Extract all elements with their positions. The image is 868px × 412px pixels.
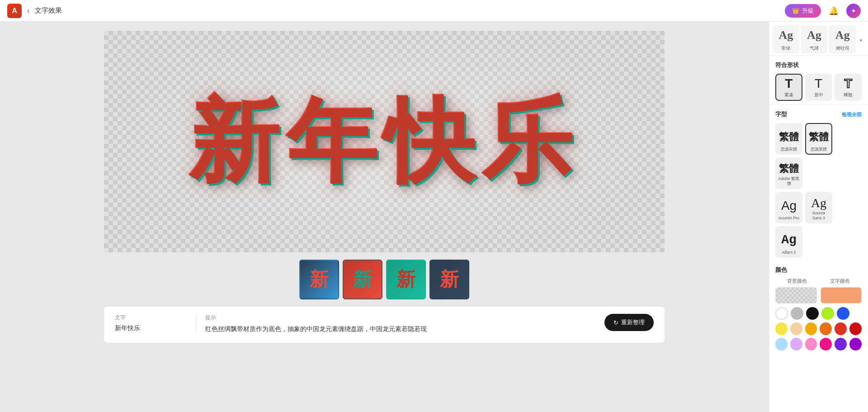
shape-cards: T 紧凑 T 居中 T 稀散 bbox=[775, 74, 862, 101]
swatch-gray[interactable] bbox=[791, 307, 803, 320]
color-labels: 背景颜色 文字颜色 bbox=[775, 278, 862, 284]
shape-card-center[interactable]: T 居中 bbox=[805, 74, 832, 101]
style-card-1[interactable]: Ag 常绿 bbox=[773, 25, 799, 53]
style-scroll-area: Ag 常绿 Ag 气球 Ag 烤吐司 ▲ bbox=[769, 22, 868, 55]
color-previews bbox=[775, 287, 862, 303]
color-swatches bbox=[775, 307, 862, 350]
font-card-simsong[interactable]: 繁體 思源宋體 bbox=[775, 123, 802, 155]
regenerate-button[interactable]: ↻ 重新整理 bbox=[604, 314, 654, 331]
info-prompt-section: 提示 红色丝绸飘带材质作为底色，抽象的中国龙元素缠绕盘踞，中国龙元素若隐若现 bbox=[196, 314, 604, 334]
style-card-3[interactable]: Ag 烤吐司 bbox=[829, 25, 856, 53]
main-layout: 新年快乐 新 新 新 新 文字 新年快乐 提示 红色丝绸飘带材质作为底色，抽象的… bbox=[0, 22, 868, 412]
avatar-icon: ✦ bbox=[846, 4, 861, 18]
shape-card-sparse[interactable]: T 稀散 bbox=[835, 74, 862, 101]
page-title: 文字效果 bbox=[35, 6, 62, 15]
prompt-text: 红色丝绸飘带材质作为底色，抽象的中国龙元素缠绕盘踞，中国龙元素若隐若现 bbox=[205, 324, 595, 334]
font-card-simhei[interactable]: 繁體 思源黑體 bbox=[805, 123, 832, 155]
font-card-adobe-hei[interactable]: 繁體 Adobe 繁黑體 bbox=[775, 157, 802, 189]
font-section: 字型 检视全部 繁體 思源宋體 繁體 思源黑體 繁體 Adobe 繁黑體 bbox=[769, 104, 868, 261]
info-bar: 文字 新年快乐 提示 红色丝绸飘带材质作为底色，抽象的中国龙元素缠绕盘踞，中国龙… bbox=[104, 307, 665, 343]
swatch-red[interactable] bbox=[849, 322, 862, 335]
color-row-2 bbox=[775, 322, 862, 335]
canvas-viewport: 新年快乐 bbox=[104, 31, 665, 252]
font-card-source-sans[interactable]: Ag Source Sans 3 bbox=[805, 192, 832, 223]
color-section: 颜色 背景颜色 文字颜色 bbox=[769, 261, 868, 355]
scroll-up-button[interactable]: ▲ bbox=[858, 25, 864, 53]
swatch-peach[interactable] bbox=[790, 322, 802, 335]
info-text-section: 文字 新年快乐 bbox=[115, 314, 196, 332]
thumbnail-item-1[interactable]: 新 bbox=[299, 260, 339, 299]
swatch-lime[interactable] bbox=[821, 307, 834, 320]
notification-button[interactable]: 🔔 bbox=[826, 4, 841, 18]
swatch-red-orange[interactable] bbox=[835, 322, 847, 335]
art-text-display: 新年快乐 bbox=[175, 96, 593, 187]
swatch-violet[interactable] bbox=[849, 338, 862, 350]
topbar-right: 👑 升級 🔔 ✦ bbox=[785, 4, 861, 18]
swatch-purple[interactable] bbox=[835, 338, 847, 350]
regenerate-icon: ↻ bbox=[613, 319, 618, 326]
font-card-alfarn[interactable]: Ag Alfarn 2 bbox=[775, 226, 802, 258]
swatch-black[interactable] bbox=[806, 307, 819, 320]
color-row-3 bbox=[775, 338, 862, 350]
bg-color-picker[interactable] bbox=[775, 287, 817, 303]
swatch-light-purple[interactable] bbox=[790, 338, 802, 350]
swatch-orange[interactable] bbox=[805, 322, 817, 335]
font-card-acumin[interactable]: Ag Acumin Pro bbox=[775, 192, 802, 223]
thumbnail-item-2[interactable]: 新 bbox=[343, 260, 382, 299]
swatch-hot-pink[interactable] bbox=[820, 338, 832, 350]
view-all-fonts-link[interactable]: 检视全部 bbox=[842, 111, 862, 118]
topbar: A ‹ 文字效果 👑 升級 🔔 ✦ bbox=[0, 0, 868, 22]
text-value: 新年快乐 bbox=[115, 324, 187, 332]
swatch-pink[interactable] bbox=[805, 338, 817, 350]
avatar-button[interactable]: ✦ bbox=[846, 4, 861, 18]
back-button[interactable]: ‹ bbox=[27, 7, 29, 15]
color-row-1 bbox=[775, 307, 862, 320]
app-logo[interactable]: A bbox=[7, 4, 22, 18]
canvas-art: 新年快乐 bbox=[104, 31, 665, 252]
font-section-title: 字型 bbox=[775, 110, 787, 118]
right-sidebar: Ag 常绿 Ag 气球 Ag 烤吐司 ▲ 符合形状 T 紧凑 bbox=[769, 22, 868, 412]
thumbnail-item-4[interactable]: 新 bbox=[429, 260, 469, 299]
bg-color-label: 背景颜色 bbox=[775, 278, 819, 284]
thumbnail-item-3[interactable]: 新 bbox=[386, 260, 426, 299]
canvas-area: 新年快乐 新 新 新 新 文字 新年快乐 提示 红色丝绸飘带材质作为底色，抽象的… bbox=[0, 22, 769, 412]
prompt-label: 提示 bbox=[205, 314, 595, 322]
swatch-yellow[interactable] bbox=[775, 322, 788, 335]
thumbnail-strip: 新 新 新 新 bbox=[299, 260, 469, 299]
text-color-label: 文字颜色 bbox=[819, 278, 862, 284]
crown-icon: 👑 bbox=[792, 7, 799, 14]
bell-icon: 🔔 bbox=[829, 6, 839, 16]
shape-card-compact[interactable]: T 紧凑 bbox=[775, 74, 802, 101]
shape-section: 符合形状 T 紧凑 T 居中 T 稀散 bbox=[769, 55, 868, 104]
font-cards-row2: Ag Acumin Pro Ag Source Sans 3 Ag Alfarn… bbox=[775, 192, 862, 258]
color-section-title: 颜色 bbox=[775, 266, 862, 274]
upgrade-button[interactable]: 👑 升級 bbox=[785, 4, 821, 18]
style-card-2[interactable]: Ag 气球 bbox=[801, 25, 828, 53]
swatch-light-blue[interactable] bbox=[775, 338, 788, 350]
swatch-dark-orange[interactable] bbox=[820, 322, 832, 335]
info-btn-section: ↻ 重新整理 bbox=[604, 314, 654, 331]
text-label: 文字 bbox=[115, 314, 187, 322]
font-cards-row1: 繁體 思源宋體 繁體 思源黑體 繁體 Adobe 繁黑體 bbox=[775, 123, 862, 189]
swatch-white[interactable] bbox=[775, 307, 788, 320]
swatch-blue[interactable] bbox=[837, 307, 849, 320]
text-color-picker[interactable] bbox=[821, 287, 862, 303]
shape-section-title: 符合形状 bbox=[775, 61, 799, 69]
